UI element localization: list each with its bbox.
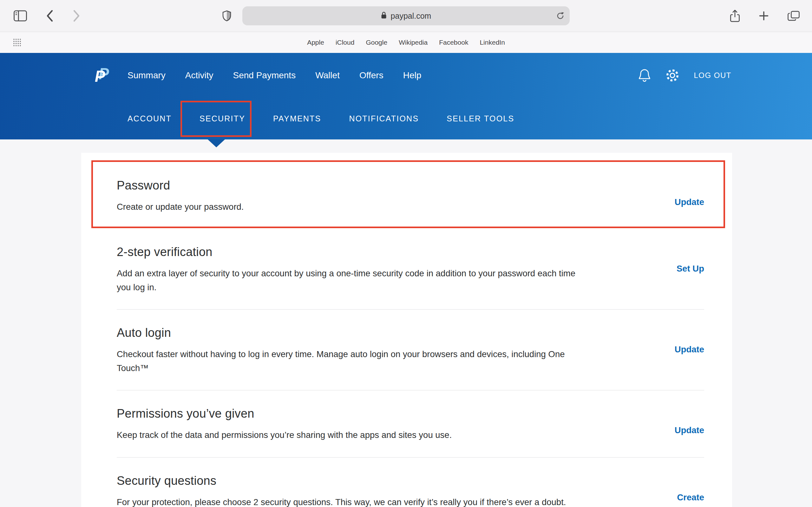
tab-notifications[interactable]: NOTIFICATIONS: [349, 114, 419, 123]
update-permissions-link[interactable]: Update: [675, 425, 704, 435]
sidebar-icon[interactable]: [13, 10, 27, 21]
nav-activity[interactable]: Activity: [185, 70, 213, 80]
favorite-facebook[interactable]: Facebook: [439, 39, 468, 46]
permissions-title: Permissions you’ve given: [117, 407, 586, 420]
privacy-shield-icon[interactable]: [222, 10, 232, 22]
update-password-link[interactable]: Update: [675, 197, 704, 207]
section-auto-login: Auto login Checkout faster without havin…: [117, 309, 704, 390]
section-2step-verification: 2-step verification Add an extra layer o…: [117, 229, 704, 309]
password-title: Password: [117, 179, 586, 192]
active-tab-pointer: [208, 139, 225, 147]
auto-login-description: Checkout faster without having to log in…: [117, 347, 580, 375]
nav-summary[interactable]: Summary: [128, 70, 165, 80]
password-description: Create or update your password.: [117, 200, 580, 214]
security-questions-title: Security questions: [117, 474, 586, 488]
share-icon[interactable]: [729, 9, 740, 22]
create-security-questions-link[interactable]: Create: [677, 493, 704, 503]
paypal-header: P P Summary Activity Send Payments Walle…: [0, 53, 812, 139]
auto-login-title: Auto login: [117, 326, 586, 340]
security-page-content: Password Create or update your password.…: [0, 153, 812, 507]
tab-account[interactable]: ACCOUNT: [128, 114, 171, 123]
tab-security[interactable]: SECURITY: [200, 114, 245, 123]
paypal-top-nav: P P Summary Activity Send Payments Walle…: [0, 53, 812, 98]
2step-description: Add an extra layer of security to your a…: [117, 267, 580, 294]
setup-2step-link[interactable]: Set Up: [676, 264, 704, 274]
screen: paypal.com: [0, 0, 812, 507]
section-permissions: Permissions you’ve given Keep track of t…: [117, 390, 704, 457]
notifications-bell-icon[interactable]: [638, 68, 651, 83]
favorite-icloud[interactable]: iCloud: [336, 39, 355, 46]
settings-tab-bar: ACCOUNT SECURITY PAYMENTS NOTIFICATIONS …: [0, 98, 812, 139]
favorite-linkedin[interactable]: LinkedIn: [479, 39, 505, 46]
log-out-button[interactable]: LOG OUT: [694, 71, 731, 80]
frequently-visited-grid-icon[interactable]: [13, 38, 21, 47]
security-settings-card: Password Create or update your password.…: [81, 153, 732, 507]
forward-icon[interactable]: [72, 9, 81, 22]
lock-icon: [381, 11, 387, 20]
section-password: Password Create or update your password.…: [117, 160, 704, 229]
address-bar[interactable]: paypal.com: [242, 6, 570, 25]
update-auto-login-link[interactable]: Update: [675, 344, 704, 354]
nav-wallet[interactable]: Wallet: [315, 70, 340, 80]
tab-overview-icon[interactable]: [787, 10, 800, 21]
nav-offers[interactable]: Offers: [359, 70, 384, 80]
svg-text:P: P: [95, 67, 106, 85]
favorite-wikipedia[interactable]: Wikipedia: [399, 39, 427, 46]
tab-payments[interactable]: PAYMENTS: [273, 114, 321, 123]
section-security-questions: Security questions For your protection, …: [117, 458, 704, 507]
url-text: paypal.com: [391, 11, 432, 20]
favorite-google[interactable]: Google: [366, 39, 387, 46]
settings-gear-icon[interactable]: [665, 68, 680, 83]
browser-toolbar: paypal.com: [0, 0, 812, 32]
security-questions-description: For your protection, please choose 2 sec…: [117, 495, 580, 507]
2step-title: 2-step verification: [117, 245, 586, 259]
new-tab-icon[interactable]: [758, 10, 769, 21]
reload-icon[interactable]: [556, 12, 565, 20]
paypal-logo[interactable]: P P: [93, 64, 111, 87]
favorites-bar: Apple iCloud Google Wikipedia Facebook L…: [0, 32, 812, 53]
nav-send-payments[interactable]: Send Payments: [233, 70, 296, 80]
nav-help[interactable]: Help: [403, 70, 421, 80]
tab-seller-tools[interactable]: SELLER TOOLS: [447, 114, 514, 123]
permissions-description: Keep track of the data and permissions y…: [117, 428, 580, 442]
favorite-apple[interactable]: Apple: [307, 39, 324, 46]
back-icon[interactable]: [46, 9, 54, 22]
